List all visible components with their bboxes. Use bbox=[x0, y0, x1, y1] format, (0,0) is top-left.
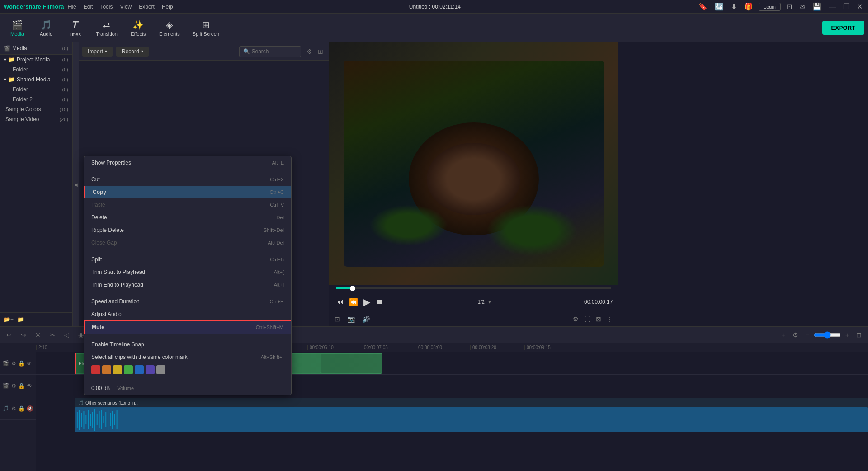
color-blue[interactable] bbox=[135, 365, 144, 374]
login-button[interactable]: Login bbox=[759, 3, 781, 11]
record-button[interactable]: Record ▾ bbox=[116, 47, 149, 57]
menu-tools[interactable]: Tools bbox=[100, 4, 113, 10]
gift-icon[interactable]: 🎁 bbox=[742, 1, 755, 12]
effects-icon: ✨ bbox=[132, 19, 144, 30]
ctx-copy[interactable]: Copy Ctrl+C bbox=[84, 186, 291, 198]
menu-export[interactable]: Export bbox=[139, 4, 155, 10]
track-v2-eye[interactable]: 👁 bbox=[26, 382, 33, 390]
track-a1-settings[interactable]: ⚙ bbox=[11, 405, 17, 412]
stop-button[interactable]: ⏹ bbox=[374, 296, 385, 308]
ctx-ripple-delete[interactable]: Ripple Delete Shift+Del bbox=[84, 224, 291, 236]
progress-thumb bbox=[350, 286, 355, 291]
ctx-trim-end[interactable]: Trim End to Playhead Alt+] bbox=[84, 278, 291, 291]
add-folder-icon[interactable]: 📂+ bbox=[4, 316, 14, 323]
settings-button[interactable]: ⚙ bbox=[571, 315, 580, 324]
video2-icon: 🎬 bbox=[3, 383, 9, 389]
refresh-icon[interactable]: 🔄 bbox=[713, 1, 726, 12]
project-media-group[interactable]: ▾ 📁 Project Media (0) bbox=[0, 55, 72, 65]
zoom-out-button[interactable]: − bbox=[803, 330, 812, 339]
menu-view[interactable]: View bbox=[120, 4, 132, 10]
color-green[interactable] bbox=[124, 365, 133, 374]
fit-screen-button[interactable]: ⊡ bbox=[333, 315, 342, 324]
toolbar-titles[interactable]: T Titles bbox=[61, 16, 89, 40]
maximize-button[interactable]: ❐ bbox=[841, 1, 851, 12]
search-input[interactable] bbox=[252, 48, 297, 55]
ctx-cut[interactable]: Cut Ctrl+X bbox=[84, 173, 291, 186]
ctx-snap[interactable]: Enable Timeline Snap bbox=[84, 338, 291, 351]
minimize-button[interactable]: — bbox=[827, 2, 838, 12]
ctx-adjust-audio[interactable]: Adjust Audio bbox=[84, 308, 291, 320]
sample-colors-item[interactable]: Sample Colors (15) bbox=[0, 104, 72, 114]
track-v1-lock[interactable]: 🔒 bbox=[18, 360, 25, 367]
ctx-speed[interactable]: Speed and Duration Ctrl+R bbox=[84, 295, 291, 308]
cut-button[interactable]: ✂ bbox=[47, 330, 58, 339]
shared-folder2-item[interactable]: Folder 2 (0) bbox=[0, 94, 72, 104]
menu-file[interactable]: File bbox=[67, 4, 76, 10]
search-box[interactable]: 🔍 bbox=[239, 46, 301, 57]
grid-button[interactable]: ⊞ bbox=[316, 47, 325, 56]
project-folder-item[interactable]: Folder (0) bbox=[0, 65, 72, 75]
filter-button[interactable]: ⚙ bbox=[305, 47, 314, 56]
download-icon[interactable]: ⬇ bbox=[729, 1, 739, 12]
menu-edit[interactable]: Edit bbox=[84, 4, 93, 10]
ctx-delete[interactable]: Delete Del bbox=[84, 211, 291, 224]
ctx-trim-start[interactable]: Trim Start to Playhead Alt+[ bbox=[84, 266, 291, 278]
color-purple[interactable] bbox=[146, 365, 155, 374]
track-v2-settings[interactable]: ⚙ bbox=[11, 382, 17, 390]
sample-video-item[interactable]: Sample Video (20) bbox=[0, 114, 72, 124]
toolbar-split[interactable]: ⊞ Split Screen bbox=[187, 17, 225, 39]
add-track-button[interactable]: + bbox=[778, 330, 788, 339]
zoom-in-button[interactable]: + bbox=[843, 330, 852, 339]
snapshot-button[interactable]: 📷 bbox=[345, 315, 357, 324]
preview-panel: ⏮ ⏪ ▶ ⏹ 1/2 ▾ 00:00:00:17 ⊡ 📷 🔊 bbox=[329, 42, 618, 326]
toolbar-effects[interactable]: ✨ Effects bbox=[125, 17, 152, 39]
track-v1-settings[interactable]: ⚙ bbox=[11, 360, 17, 367]
ctx-split[interactable]: Split Ctrl+B bbox=[84, 253, 291, 266]
zoom-fit-button[interactable]: ⊡ bbox=[854, 330, 864, 339]
track-row-a1[interactable]: 🎵 Other scenarios (Long in... bbox=[36, 397, 868, 433]
preview-progress-bar[interactable] bbox=[336, 287, 611, 289]
export-button[interactable]: EXPORT bbox=[822, 21, 864, 35]
bookmark-icon[interactable]: 🔖 bbox=[697, 1, 709, 12]
ctx-show-properties[interactable]: Show Properties Alt+E bbox=[84, 156, 291, 169]
toolbar-audio[interactable]: 🎵 Audio bbox=[33, 17, 60, 39]
menu-help[interactable]: Help bbox=[162, 4, 173, 10]
new-folder-icon[interactable]: 📁 bbox=[17, 316, 24, 323]
play-button[interactable]: ▶ bbox=[362, 295, 372, 309]
color-orange[interactable] bbox=[102, 365, 111, 374]
ctx-select-color[interactable]: Select all clips with the same color mar… bbox=[84, 351, 291, 363]
tl-settings-button[interactable]: ⚙ bbox=[790, 330, 801, 339]
close-button[interactable]: ✕ bbox=[855, 1, 864, 12]
track-v2-lock[interactable]: 🔒 bbox=[18, 382, 25, 390]
step-back-button[interactable]: ⏪ bbox=[347, 296, 360, 308]
zoom-slider[interactable] bbox=[814, 331, 841, 339]
toolbar-elements[interactable]: ◈ Elements bbox=[154, 17, 185, 39]
track-v1-eye[interactable]: 👁 bbox=[26, 360, 33, 367]
shared-media-group[interactable]: ▾ 📁 Shared Media (0) bbox=[0, 75, 72, 85]
collapse-tab[interactable]: ◀ bbox=[72, 42, 79, 326]
redo-button[interactable]: ↪ bbox=[18, 330, 29, 339]
import-button[interactable]: Import ▾ bbox=[82, 47, 113, 57]
volume-button[interactable]: 🔊 bbox=[360, 315, 372, 324]
pip-button[interactable]: ⊠ bbox=[594, 315, 603, 324]
color-yellow[interactable] bbox=[113, 365, 122, 374]
track-a1-mute[interactable]: 🔇 bbox=[26, 405, 34, 412]
shared-folder-item[interactable]: Folder (0) bbox=[0, 85, 72, 94]
color-gray[interactable] bbox=[156, 365, 165, 374]
audio-clip-a1[interactable] bbox=[75, 407, 868, 432]
speed-dropdown-icon[interactable]: ▾ bbox=[488, 299, 491, 305]
restore-icon[interactable]: ⊡ bbox=[784, 1, 794, 12]
prev-frame-button[interactable]: ⏮ bbox=[335, 296, 345, 308]
track-a1-lock[interactable]: 🔒 bbox=[18, 405, 25, 412]
mail-icon[interactable]: ✉ bbox=[797, 1, 807, 12]
more-button[interactable]: ⋮ bbox=[605, 315, 615, 324]
save-icon[interactable]: 💾 bbox=[811, 1, 823, 12]
ctx-mute[interactable]: Mute Ctrl+Shift+M bbox=[84, 320, 291, 334]
back-button[interactable]: ◁ bbox=[61, 330, 72, 339]
color-red[interactable] bbox=[91, 365, 100, 374]
undo-button[interactable]: ↩ bbox=[4, 330, 14, 339]
delete-button[interactable]: ✕ bbox=[33, 330, 43, 339]
toolbar-media[interactable]: 🎬 Media bbox=[4, 17, 31, 39]
toolbar-transition[interactable]: ⇄ Transition bbox=[90, 17, 123, 39]
fullscreen-button[interactable]: ⛶ bbox=[582, 315, 592, 324]
